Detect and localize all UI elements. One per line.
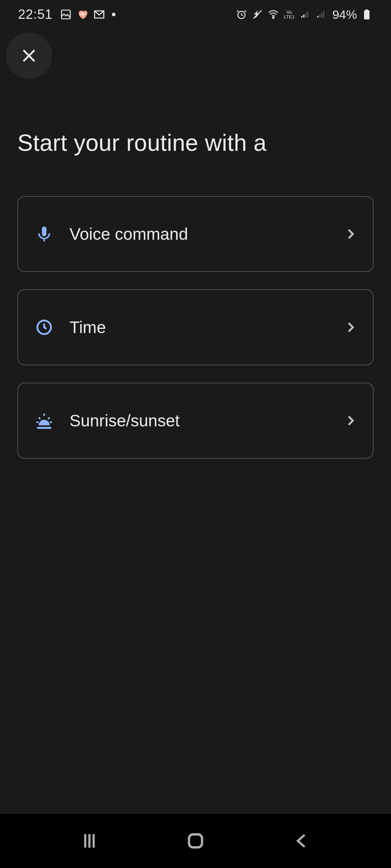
mic-icon (33, 225, 55, 243)
option-label: Sunrise/sunset (70, 411, 343, 430)
recents-button[interactable] (68, 831, 111, 851)
option-label: Voice command (70, 224, 343, 244)
home-icon (186, 831, 205, 851)
option-label: Time (70, 318, 343, 337)
status-right: VoLTE1 94% (235, 8, 373, 22)
svg-rect-5 (365, 9, 368, 11)
clock-icon (33, 318, 55, 336)
sunrise-icon (33, 411, 55, 430)
close-button[interactable] (6, 33, 52, 79)
option-time[interactable]: Time (17, 289, 374, 365)
home-button[interactable] (174, 831, 217, 851)
battery-icon (361, 8, 373, 21)
svg-point-3 (273, 17, 274, 18)
back-button[interactable] (280, 832, 323, 850)
system-navbar (0, 814, 391, 868)
mail-icon (93, 8, 105, 21)
svg-rect-4 (364, 10, 370, 20)
option-voice-command[interactable]: Voice command (17, 196, 374, 272)
status-time: 22:51 (18, 7, 52, 22)
page-title: Start your routine with a (17, 129, 374, 156)
chevron-right-icon (343, 413, 358, 428)
content-area: Start your routine with a Voice command … (0, 129, 391, 459)
back-icon (293, 832, 311, 850)
header-area (0, 29, 391, 79)
recents-icon (79, 831, 100, 851)
close-icon (20, 46, 38, 65)
vibrate-icon (251, 8, 264, 21)
signal-1-icon (299, 8, 311, 21)
battery-percent: 94% (332, 8, 357, 22)
network-label-icon: VoLTE1 (283, 8, 295, 21)
svg-rect-7 (37, 427, 51, 429)
image-icon (60, 8, 72, 21)
option-sunrise-sunset[interactable]: Sunrise/sunset (17, 383, 374, 459)
chevron-right-icon (343, 227, 358, 241)
status-left: 22:51 (18, 7, 115, 22)
more-notifications-dot (112, 13, 115, 16)
alarm-icon (235, 8, 248, 21)
chevron-right-icon (343, 320, 358, 335)
heart-icon (76, 8, 89, 21)
svg-rect-8 (189, 834, 202, 847)
signal-2-icon (315, 8, 327, 21)
status-bar: 22:51 VoLTE1 94% (0, 0, 391, 29)
wifi-icon (267, 8, 279, 21)
